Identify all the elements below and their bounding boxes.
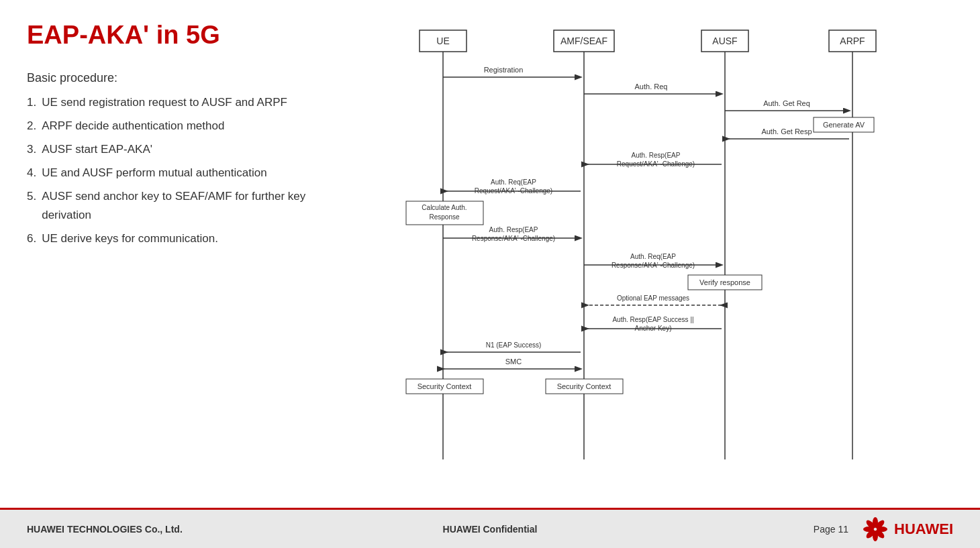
svg-text:UE: UE — [436, 36, 449, 46]
svg-text:Security Context: Security Context — [557, 382, 611, 390]
svg-text:Request/AKA' -Challenge): Request/AKA' -Challenge) — [617, 160, 695, 168]
step-3: AUSF start EAP-AKA' — [27, 140, 349, 158]
sequence-diagram: UE AMF/SEAF AUSF ARPF Registration — [399, 20, 903, 476]
svg-text:Verify response: Verify response — [699, 278, 750, 286]
basic-procedure-label: Basic procedure: — [27, 71, 349, 85]
huawei-logo: HUAWEI — [862, 516, 953, 543]
svg-text:Auth. Req: Auth. Req — [635, 83, 668, 91]
huawei-brand-text: HUAWEI — [894, 520, 953, 538]
svg-text:Auth. Req(EAP: Auth. Req(EAP — [491, 178, 536, 186]
confidential-label: HUAWEI Confidential — [336, 524, 644, 535]
svg-text:Auth. Get Req: Auth. Get Req — [763, 99, 810, 107]
svg-text:Response: Response — [429, 213, 459, 221]
company-name: HUAWEI TECHNOLOGIES Co., Ltd. — [27, 524, 336, 535]
page-info: Page 11 — [814, 524, 848, 535]
step-1: UE send registration request to AUSF and… — [27, 93, 349, 111]
step-2: ARPF decide authentication method — [27, 117, 349, 135]
svg-text:Auth. Req(EAP: Auth. Req(EAP — [630, 253, 676, 260]
svg-text:Auth. Resp(EAP: Auth. Resp(EAP — [632, 152, 681, 159]
footer: HUAWEI TECHNOLOGIES Co., Ltd. HUAWEI Con… — [0, 510, 980, 548]
footer-right: Page 11 HUAWEI — [644, 516, 953, 543]
svg-text:SMC: SMC — [505, 358, 522, 366]
svg-text:Generate AV: Generate AV — [823, 121, 865, 129]
svg-text:ARPF: ARPF — [840, 36, 865, 46]
svg-text:AUSF: AUSF — [712, 36, 737, 46]
step-4: UE and AUSF perform mutual authenticatio… — [27, 164, 349, 182]
svg-text:N1 (EAP Success): N1 (EAP Success) — [486, 341, 542, 349]
slide-title: EAP-AKA' in 5G — [27, 20, 349, 51]
svg-text:Auth. Get Resp: Auth. Get Resp — [761, 127, 812, 135]
svg-text:Auth. Resp(EAP Success ||: Auth. Resp(EAP Success || — [612, 316, 693, 323]
svg-text:Response/AKA' -Challenge): Response/AKA' -Challenge) — [611, 262, 695, 269]
svg-text:Response/AKA' -Challenge): Response/AKA' -Challenge) — [472, 235, 555, 242]
svg-text:AMF/SEAF: AMF/SEAF — [560, 36, 607, 46]
svg-text:Calculate Auth.: Calculate Auth. — [422, 204, 467, 211]
procedure-list: UE send registration request to AUSF and… — [27, 93, 349, 248]
svg-text:Registration: Registration — [484, 66, 524, 74]
svg-text:Request/AKA' -Challenge): Request/AKA' -Challenge) — [475, 187, 552, 195]
svg-text:Auth. Resp(EAP: Auth. Resp(EAP — [489, 226, 538, 233]
svg-text:Security Context: Security Context — [418, 382, 472, 390]
svg-text:Anchor Key): Anchor Key) — [634, 325, 671, 332]
step-5: AUSF send anchor key to SEAF/AMF for fur… — [27, 187, 349, 223]
svg-text:Optional EAP messages: Optional EAP messages — [617, 294, 689, 302]
step-6: UE derive keys for communication. — [27, 229, 349, 248]
